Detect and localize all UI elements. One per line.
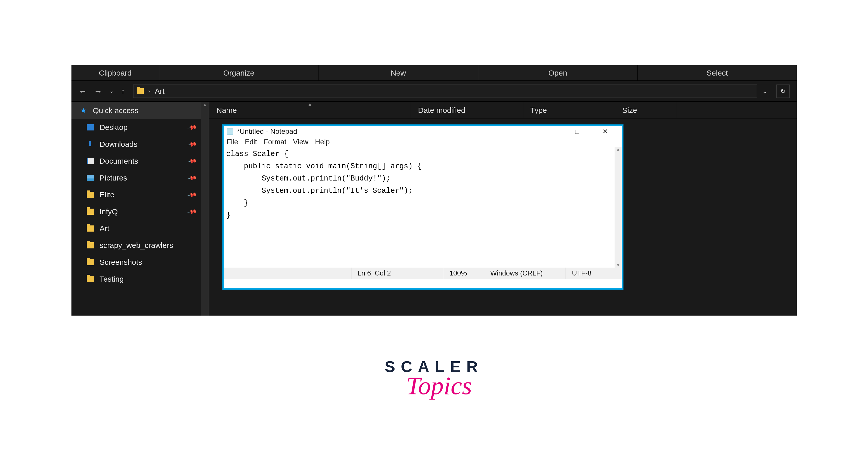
status-cursor-pos: Ln 6, Col 2 xyxy=(351,268,443,279)
brand-logo: SCALER Topics xyxy=(384,357,484,400)
notepad-textarea[interactable]: class Scaler { public static void main(S… xyxy=(224,147,615,268)
status-empty xyxy=(224,268,351,279)
ribbon-group-organize[interactable]: Organize xyxy=(159,65,318,81)
pin-icon: 📌 xyxy=(187,207,197,217)
status-line-ending: Windows (CRLF) xyxy=(484,268,565,279)
pin-icon: 📌 xyxy=(187,156,197,166)
folder-icon xyxy=(137,88,144,94)
ribbon-group-new[interactable]: New xyxy=(319,65,478,81)
nav-arrows: ← → ⌄ ↑ xyxy=(75,87,125,96)
notepad-window: *Untitled - Notepad — □ ✕ File Edit Form… xyxy=(222,125,623,290)
menu-help[interactable]: Help xyxy=(315,138,330,146)
close-button[interactable]: ✕ xyxy=(591,126,619,137)
forward-button[interactable]: → xyxy=(94,87,102,96)
sidebar-item-art[interactable]: Art xyxy=(71,220,201,237)
sort-asc-icon: ▲ xyxy=(308,101,312,107)
notepad-title: *Untitled - Notepad xyxy=(237,127,297,136)
sidebar-scrollbar[interactable]: ▲ xyxy=(201,102,209,316)
scroll-down-icon[interactable]: ▼ xyxy=(615,263,622,268)
scroll-up-icon[interactable]: ▲ xyxy=(201,102,209,108)
column-date[interactable]: Date modified xyxy=(411,102,523,118)
sidebar-item-label: Elite xyxy=(99,191,114,199)
menu-view[interactable]: View xyxy=(293,138,308,146)
status-zoom: 100% xyxy=(443,268,484,279)
pin-icon: 📌 xyxy=(187,122,197,133)
sidebar-item-desktop[interactable]: Desktop 📌 xyxy=(71,119,201,136)
sidebar-item-screenshots[interactable]: Screenshots xyxy=(71,254,201,271)
menu-file[interactable]: File xyxy=(227,138,238,146)
sidebar-quick-access[interactable]: ★ Quick access xyxy=(71,102,201,119)
notepad-menubar: File Edit Format View Help xyxy=(224,137,622,147)
sidebar-item-elite[interactable]: Elite 📌 xyxy=(71,186,201,203)
brand-line2: Topics xyxy=(395,371,484,400)
explorer-window: Clipboard Organize New Open Select ← → ⌄… xyxy=(71,65,797,316)
ribbon-group-clipboard[interactable]: Clipboard xyxy=(71,65,159,81)
back-button[interactable]: ← xyxy=(79,87,87,96)
ribbon: Clipboard Organize New Open Select xyxy=(71,65,797,81)
pin-icon: 📌 xyxy=(187,173,197,183)
sidebar-item-label: Desktop xyxy=(99,123,128,132)
sidebar-item-infyq[interactable]: InfyQ 📌 xyxy=(71,203,201,220)
ribbon-group-open[interactable]: Open xyxy=(478,65,638,81)
sidebar-item-documents[interactable]: Documents 📌 xyxy=(71,153,201,170)
desktop-icon xyxy=(87,124,94,130)
sidebar-item-pictures[interactable]: Pictures 📌 xyxy=(71,170,201,186)
notepad-scrollbar[interactable]: ▲ ▼ xyxy=(615,147,622,268)
breadcrumb[interactable]: Art xyxy=(155,87,164,95)
menu-edit[interactable]: Edit xyxy=(245,138,257,146)
sidebar-item-label: Quick access xyxy=(93,106,138,115)
pin-icon: 📌 xyxy=(187,139,197,149)
content-pane: Name ▲ Date modified Type Size *Untitled… xyxy=(209,102,797,316)
sidebar-item-downloads[interactable]: ⬇ Downloads 📌 xyxy=(71,136,201,153)
column-type[interactable]: Type xyxy=(523,102,615,118)
star-icon: ★ xyxy=(80,108,87,114)
folder-icon xyxy=(87,259,94,265)
nav-bar: ← → ⌄ ↑ › Art ⌄ ↻ xyxy=(71,81,797,101)
pin-icon: 📌 xyxy=(187,190,197,200)
column-name[interactable]: Name ▲ xyxy=(209,102,411,118)
folder-icon xyxy=(87,209,94,215)
scroll-up-icon[interactable]: ▲ xyxy=(615,147,622,152)
folder-icon xyxy=(87,242,94,248)
sidebar-item-label: scrapy_web_crawlers xyxy=(99,241,173,250)
ribbon-group-select[interactable]: Select xyxy=(638,65,797,81)
sidebar-item-label: Art xyxy=(99,224,109,233)
notepad-titlebar[interactable]: *Untitled - Notepad — □ ✕ xyxy=(224,126,622,137)
sidebar-item-testing[interactable]: Testing xyxy=(71,271,201,288)
column-headers: Name ▲ Date modified Type Size xyxy=(209,102,797,118)
status-encoding: UTF-8 xyxy=(565,268,622,279)
up-button[interactable]: ↑ xyxy=(121,87,125,96)
maximize-button[interactable]: □ xyxy=(563,126,591,137)
sidebar-item-label: Screenshots xyxy=(99,258,142,267)
sidebar-item-scrapy[interactable]: scrapy_web_crawlers xyxy=(71,237,201,254)
notepad-statusbar: Ln 6, Col 2 100% Windows (CRLF) UTF-8 xyxy=(224,268,622,279)
refresh-button[interactable]: ↻ xyxy=(776,85,789,98)
sidebar-item-label: InfyQ xyxy=(99,207,118,216)
sidebar-item-label: Downloads xyxy=(99,140,137,149)
notepad-icon xyxy=(227,128,233,135)
address-bar[interactable]: › Art xyxy=(133,85,757,98)
recent-dropdown[interactable]: ⌄ xyxy=(109,88,114,94)
minimize-button[interactable]: — xyxy=(535,126,563,137)
download-icon: ⬇ xyxy=(87,141,94,147)
address-dropdown[interactable]: ⌄ xyxy=(762,87,768,95)
document-icon xyxy=(87,158,94,164)
folder-icon xyxy=(87,192,94,198)
sidebar-item-label: Pictures xyxy=(99,174,127,182)
folder-icon xyxy=(87,276,94,282)
pictures-icon xyxy=(87,175,94,181)
column-size[interactable]: Size xyxy=(615,102,676,118)
menu-format[interactable]: Format xyxy=(264,138,286,146)
chevron-right-icon: › xyxy=(148,88,150,94)
sidebar-item-label: Documents xyxy=(99,157,138,166)
sidebar-item-label: Testing xyxy=(99,275,124,284)
folder-icon xyxy=(87,226,94,232)
sidebar: ★ Quick access Desktop 📌 ⬇ Downloads 📌 D… xyxy=(71,102,201,316)
